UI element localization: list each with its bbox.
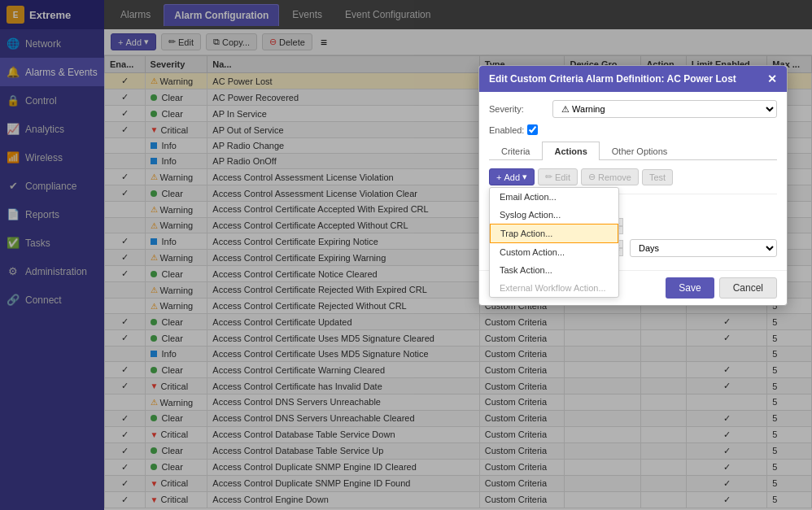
- severity-label: Severity:: [489, 104, 546, 114]
- modal-body: Severity: ⚠ Warning ● Clear ▼ Critical ℹ…: [479, 92, 787, 270]
- edit-icon: ✏: [545, 172, 552, 182]
- trap-action-item[interactable]: Trap Action...: [490, 224, 618, 243]
- actions-add-button[interactable]: + Add ▾: [489, 168, 535, 185]
- tab-other-options[interactable]: Other Options: [600, 142, 679, 160]
- edit-alarm-modal: Edit Custom Criteria Alarm Definition: A…: [478, 65, 788, 306]
- cancel-button[interactable]: Cancel: [719, 277, 777, 299]
- modal-title: Edit Custom Criteria Alarm Definition: A…: [489, 73, 736, 85]
- external-workflow-action-item: External Workflow Action...: [490, 279, 618, 297]
- severity-select[interactable]: ⚠ Warning ● Clear ▼ Critical ℹ Info: [552, 100, 777, 118]
- severity-row: Severity: ⚠ Warning ● Clear ▼ Critical ℹ…: [489, 100, 777, 118]
- modal-overlay: Edit Custom Criteria Alarm Definition: A…: [0, 0, 812, 510]
- actions-test-button[interactable]: Test: [642, 169, 673, 185]
- modal-tabs: Criteria Actions Other Options: [489, 142, 777, 160]
- save-button[interactable]: Save: [666, 277, 714, 299]
- enabled-checkbox[interactable]: [527, 124, 538, 135]
- email-action-item[interactable]: Email Action...: [490, 188, 618, 206]
- add-dropdown-menu: Email Action... Syslog Action... Trap Ac…: [489, 187, 619, 298]
- dropdown-arrow: ▾: [522, 172, 527, 182]
- actions-edit-button[interactable]: ✏ Edit: [538, 168, 578, 185]
- enabled-row: Enabled:: [489, 124, 777, 135]
- enabled-label: Enabled:: [489, 125, 524, 135]
- remove-icon: ⊖: [588, 172, 596, 182]
- custom-action-item[interactable]: Custom Action...: [490, 243, 618, 261]
- tab-criteria[interactable]: Criteria: [489, 142, 542, 160]
- tab-actions[interactable]: Actions: [542, 142, 599, 160]
- add-dropdown-container: + Add ▾ Email Action... Syslog Action...…: [489, 168, 535, 185]
- actions-toolbar: + Add ▾ Email Action... Syslog Action...…: [489, 168, 777, 185]
- add-icon: +: [496, 172, 501, 182]
- actions-remove-button[interactable]: ⊖ Remove: [581, 168, 639, 185]
- modal-close-button[interactable]: ✕: [767, 72, 777, 85]
- syslog-action-item[interactable]: Syslog Action...: [490, 206, 618, 224]
- task-action-item[interactable]: Task Action...: [490, 261, 618, 279]
- reset-interval-unit-select[interactable]: Days Hours Minutes: [630, 239, 777, 257]
- modal-header: Edit Custom Criteria Alarm Definition: A…: [479, 66, 787, 92]
